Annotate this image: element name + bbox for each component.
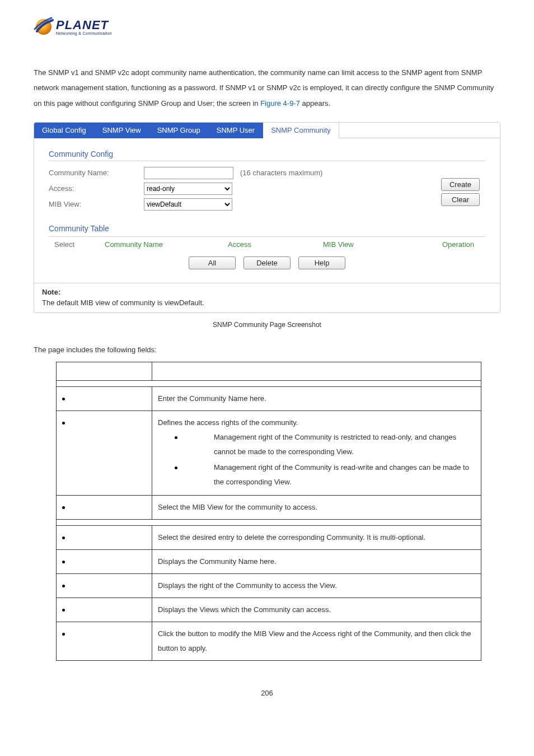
logo-subtitle: Networking & Communication (56, 31, 112, 35)
help-button[interactable]: Help (298, 256, 345, 269)
table-row: Displays the Community Name here. (57, 549, 481, 573)
table-row: Displays the Views which the Community c… (57, 598, 481, 622)
screenshot-caption: SNMP Community Page Screenshot (34, 321, 500, 329)
desc-text: Select the desired entry to delete the c… (158, 533, 425, 542)
col-access: Access (222, 237, 317, 252)
mib-view-label: MIB View: (49, 200, 144, 208)
clear-button[interactable]: Clear (441, 193, 480, 206)
table-row: Click the button to modify the MIB View … (57, 622, 481, 660)
access-label: Access: (49, 184, 144, 193)
community-config-title: Community Config (49, 150, 485, 161)
intro-paragraph: The SNMP v1 and SNMP v2c adopt community… (34, 65, 500, 111)
desc-part: Click the (158, 629, 188, 638)
logo-word: PLANET (56, 19, 112, 31)
col-operation: Operation (435, 237, 485, 252)
table-row (57, 519, 481, 525)
bullet-icon (62, 422, 65, 424)
snmp-community-screenshot: Global Config SNMP View SNMP Group SNMP … (34, 122, 500, 313)
tab-filler (339, 123, 500, 138)
community-name-label: Community Name: (49, 169, 144, 177)
desc-text: Enter the Community Name here. (158, 394, 266, 403)
intro-text-after: appears. (300, 99, 330, 108)
tab-bar: Global Config SNMP View SNMP Group SNMP … (34, 123, 500, 138)
all-button[interactable]: All (189, 256, 236, 269)
community-name-input[interactable] (144, 167, 233, 179)
fields-intro: The page includes the following fields: (34, 346, 500, 354)
mib-view-select[interactable]: viewDefault (144, 198, 232, 211)
tab-snmp-group[interactable]: SNMP Group (149, 123, 209, 138)
bullet-icon (62, 585, 65, 587)
desc-sub: Management right of the Community is rea… (184, 460, 475, 489)
col-community-name: Community Name (99, 237, 222, 252)
table-row: Displays the right of the Community to a… (57, 573, 481, 598)
desc-text: Displays the right of the Community to a… (158, 581, 337, 590)
desc-text: Displays the Views which the Community c… (158, 605, 331, 614)
bullet-icon (62, 633, 65, 636)
create-button[interactable]: Create (441, 178, 480, 191)
desc-part: button to modify the MIB View and the Ac… (188, 629, 471, 638)
desc-sub: Management right of the Community is res… (184, 430, 475, 459)
community-table-header: Select Community Name Access MIB View Op… (49, 236, 485, 252)
col-select: Select (49, 237, 99, 252)
logo: PLANET Networking & Communication (34, 17, 500, 37)
bullet-icon (62, 506, 65, 509)
note-text: The default MIB view of community is vie… (42, 298, 492, 307)
table-row: Defines the access rights of the communi… (57, 410, 481, 495)
table-row (57, 380, 481, 386)
bullet-icon (62, 561, 65, 563)
bullet-icon (62, 398, 65, 400)
desc-text: Defines the access rights of the communi… (158, 416, 475, 430)
fields-table: Enter the Community Name here. Defines t… (56, 362, 481, 661)
bullet-icon (62, 609, 65, 612)
tab-global-config[interactable]: Global Config (34, 123, 95, 138)
table-row (57, 362, 481, 380)
tab-snmp-user[interactable]: SNMP User (209, 123, 263, 138)
delete-button[interactable]: Delete (243, 256, 291, 269)
community-table-title: Community Table (49, 224, 485, 235)
planet-orb-icon (34, 17, 54, 37)
page-number: 206 (34, 689, 500, 697)
note-block: Note: The default MIB view of community … (34, 283, 500, 312)
access-select[interactable]: read-only (144, 183, 232, 195)
tab-snmp-community[interactable]: SNMP Community (263, 123, 339, 138)
community-name-hint: (16 characters maximum) (240, 169, 322, 177)
table-row: Enter the Community Name here. (57, 386, 481, 410)
desc-text: Select the MIB View for the community to… (158, 503, 317, 511)
figure-link[interactable]: Figure 4-9-7 (260, 99, 300, 108)
bullet-icon (175, 436, 177, 439)
table-row: Select the desired entry to delete the c… (57, 525, 481, 549)
desc-text: Displays the Community Name here. (158, 557, 277, 566)
bullet-icon (62, 536, 65, 539)
table-row: Select the MIB View for the community to… (57, 495, 481, 519)
bullet-icon (175, 466, 177, 469)
col-mib-view: MIB View (317, 237, 435, 252)
tab-snmp-view[interactable]: SNMP View (95, 123, 149, 138)
note-title: Note: (42, 288, 492, 296)
desc-part: button to apply. (158, 644, 207, 652)
